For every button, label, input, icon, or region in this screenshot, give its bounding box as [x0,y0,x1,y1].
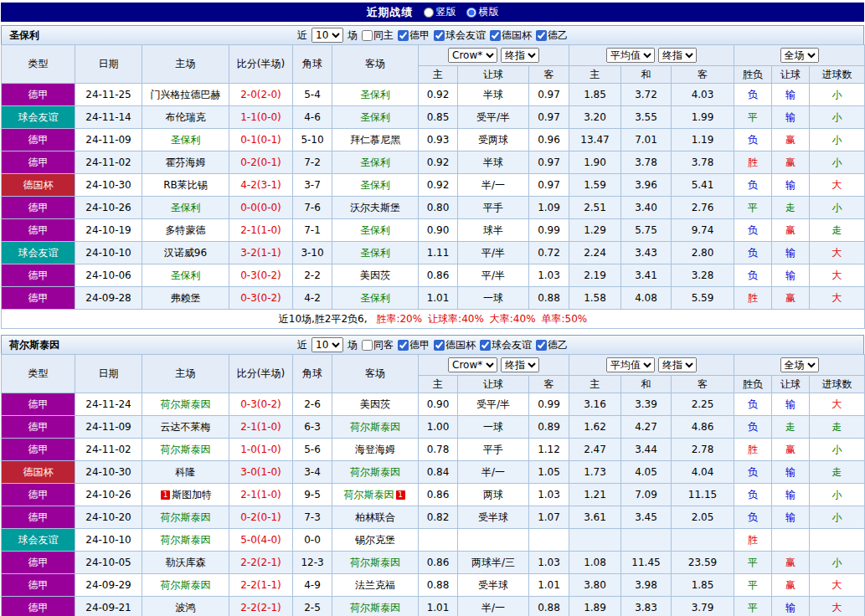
corners-cell: 7-6 [293,197,332,219]
league-filter-checkbox[interactable] [434,340,445,351]
result-cell [810,529,865,552]
handicap-odds-cell: 0.72 [529,242,569,264]
avg-odds-cell [672,529,734,552]
match-type-cell: 德甲 [2,287,75,310]
match-count-select[interactable]: 10 [312,337,343,352]
home-team-cell: 圣保利 [142,129,229,151]
scope-select[interactable]: 全场 [780,357,819,372]
away-team-cell: 荷尔斯泰因 [332,461,419,484]
league-filter-checkbox[interactable] [398,30,409,41]
away-team-name: 美因茨 [360,270,390,281]
horizontal-layout-option[interactable]: 横版 [466,5,499,19]
handicap-odds-cell [529,529,569,552]
handicap-odds-cell: 1.00 [419,416,458,439]
odds-company-select[interactable]: Crow* [448,48,497,63]
avg-source-select[interactable]: 平均值 [606,357,655,372]
vertical-layout-option[interactable]: 竖版 [424,5,456,19]
league-filter-option[interactable]: 球会友谊 [434,28,486,43]
column-header: 主 [569,376,621,393]
league-filter-checkbox[interactable] [434,30,445,41]
handicap-odds-cell: 1.03 [529,552,569,574]
same-venue-checkbox[interactable] [362,340,373,351]
avg-stage-select[interactable]: 终指 [658,357,697,372]
team-section-0: 圣保利近10场同主德甲球会友谊德国杯德乙类型日期主场比分(半场)角球客场Crow… [1,25,864,329]
date-cell: 24-10-10 [75,529,142,552]
home-team-cell: 圣保利 [142,197,229,219]
league-filter-checkbox[interactable] [480,340,491,351]
avg-odds-cell: 1.73 [569,461,621,484]
summary-stat: 胜率:20% [376,313,422,325]
same-venue-option[interactable]: 同主 [362,28,394,43]
league-filter-option[interactable]: 德乙 [536,28,568,43]
result-cell: 小 [810,439,865,461]
league-filter-checkbox[interactable] [490,30,501,41]
result-cell: 负 [734,393,772,416]
column-header: 客场 [332,45,419,84]
away-team-name: 锡尔克堡 [355,534,395,546]
corners-cell: 3-4 [293,461,332,484]
avg-stage-select[interactable]: 终指 [658,48,697,63]
handicap-odds-cell: 0.80 [419,197,458,219]
score-cell: 0-3(0-2) [229,393,293,416]
home-team-name: 多特蒙德 [166,224,206,236]
column-header: 主 [569,66,621,84]
vertical-layout-radio[interactable] [424,8,434,18]
avg-odds-cell: 3.40 [621,197,672,219]
league-filter-option[interactable]: 德甲 [398,338,430,352]
home-team-name: 科隆 [176,466,196,478]
result-cell: 负 [734,484,772,506]
league-filter-option[interactable]: 德国杯 [490,28,532,43]
avg-odds-cell: 3.43 [621,242,672,264]
match-type-cell: 球会友谊 [2,529,75,552]
odds-stage-select[interactable]: 终指 [501,357,539,372]
result-cell: 胜 [734,529,772,552]
handicap-odds-cell: 1.01 [529,574,569,597]
date-cell: 24-11-14 [75,106,142,129]
handicap-odds-cell: 1.01 [419,287,458,310]
result-cell: 输 [772,484,810,506]
horizontal-layout-radio[interactable] [466,8,476,18]
same-venue-option[interactable]: 同客 [362,338,394,352]
away-team-cell: 圣保利 [332,151,419,174]
handicap-odds-cell: 受平/半 [458,106,529,129]
away-team-cell: 锡尔克堡 [332,529,419,552]
league-filter-option[interactable]: 球会友谊 [480,338,532,352]
match-type-cell: 德甲 [2,197,75,219]
away-team-name: 海登海姆 [355,444,395,455]
handicap-odds-cell: 0.84 [419,461,458,484]
handicap-odds-cell: 1.01 [419,597,458,616]
league-filter-option[interactable]: 德乙 [536,338,568,352]
home-team-cell: 荷尔斯泰因 [142,529,229,552]
home-team-name: RB莱比锡 [163,179,208,191]
result-cell: 输 [772,506,810,529]
avg-odds-cell: 9.74 [672,219,734,242]
league-filter-option[interactable]: 德甲 [398,28,430,43]
date-cell: 24-09-28 [75,287,142,310]
corners-cell: 0-0 [293,529,332,552]
league-filter-option[interactable]: 德国杯 [434,338,476,352]
league-filter-label: 球会友谊 [445,28,486,43]
match-count-select[interactable]: 10 [312,28,343,43]
home-team-name: 荷尔斯泰因 [161,579,211,591]
league-filter-checkbox[interactable] [536,30,547,41]
avg-odds-cell: 1.90 [569,151,621,174]
result-cell: 输 [772,461,810,484]
avg-source-select[interactable]: 平均值 [606,48,655,63]
same-venue-checkbox[interactable] [362,30,373,41]
scope-select[interactable]: 全场 [780,48,819,63]
column-header: 日期 [75,45,142,84]
match-type-cell: 德甲 [2,506,75,529]
result-cell: 大 [810,574,865,597]
odds-company-select[interactable]: Crow* [448,357,497,372]
away-team-cell: 荷尔斯泰因 [332,597,419,616]
avg-odds-cell: 1.85 [672,574,734,597]
away-team-cell: 荷尔斯泰因 [332,552,419,574]
vertical-layout-label: 竖版 [436,5,456,19]
match-type-cell: 德甲 [2,484,75,506]
league-filter-checkbox[interactable] [398,340,409,351]
odds-stage-select[interactable]: 终指 [501,48,539,63]
league-filter-checkbox[interactable] [536,340,547,351]
matches-unit-label: 场 [348,338,358,352]
home-team-name: 圣保利 [171,202,201,213]
score-cell: 2-1(1-0) [229,484,293,506]
